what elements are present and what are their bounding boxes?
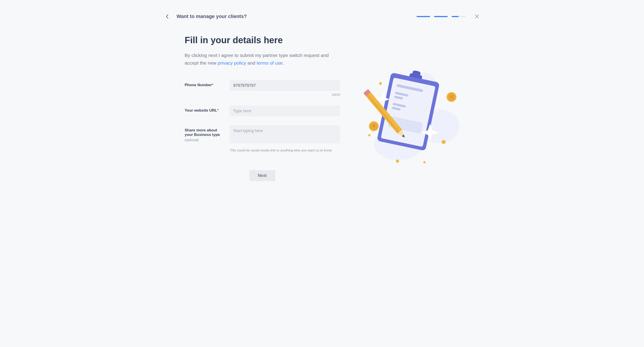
clipboard-illustration: ₹ ₹ bbox=[354, 35, 462, 181]
required-mark: * bbox=[217, 108, 219, 112]
svg-point-6 bbox=[442, 140, 446, 144]
website-input[interactable] bbox=[230, 105, 340, 116]
svg-point-5 bbox=[423, 161, 426, 163]
svg-point-3 bbox=[379, 82, 382, 85]
svg-point-7 bbox=[368, 134, 370, 136]
next-button[interactable]: Next bbox=[249, 170, 275, 181]
progress-step-2 bbox=[434, 16, 448, 17]
header-title: Want to manage your clients? bbox=[176, 13, 247, 19]
optional-text: (optional) bbox=[185, 138, 225, 142]
back-button[interactable] bbox=[164, 14, 170, 19]
phone-char-counter: 10/10 bbox=[230, 93, 340, 96]
business-label: Share more about your Business type bbox=[185, 128, 225, 137]
progress-indicator bbox=[416, 16, 465, 17]
phone-label: Phone Number* bbox=[185, 83, 214, 87]
close-button[interactable] bbox=[474, 14, 480, 19]
page-heading: Fill in your details here bbox=[185, 35, 340, 45]
svg-text:₹: ₹ bbox=[450, 95, 453, 99]
required-mark: * bbox=[212, 83, 214, 87]
business-textarea[interactable] bbox=[230, 125, 340, 143]
privacy-policy-link[interactable]: privacy policy bbox=[218, 60, 246, 65]
phone-input[interactable] bbox=[230, 80, 340, 91]
svg-text:₹: ₹ bbox=[373, 124, 375, 129]
progress-step-1 bbox=[416, 16, 430, 17]
terms-of-use-link[interactable]: terms of use bbox=[257, 60, 283, 65]
consent-and: and bbox=[246, 60, 257, 65]
website-label: Your website URL* bbox=[185, 108, 219, 112]
consent-text: By clicking next I agree to submit my pa… bbox=[185, 51, 329, 67]
business-helper-text: This could be social media link or anyth… bbox=[230, 148, 340, 152]
svg-point-4 bbox=[396, 160, 399, 163]
consent-suffix: . bbox=[282, 60, 284, 65]
progress-step-3 bbox=[452, 16, 465, 17]
chevron-left-icon bbox=[166, 14, 168, 19]
close-icon bbox=[475, 14, 479, 18]
